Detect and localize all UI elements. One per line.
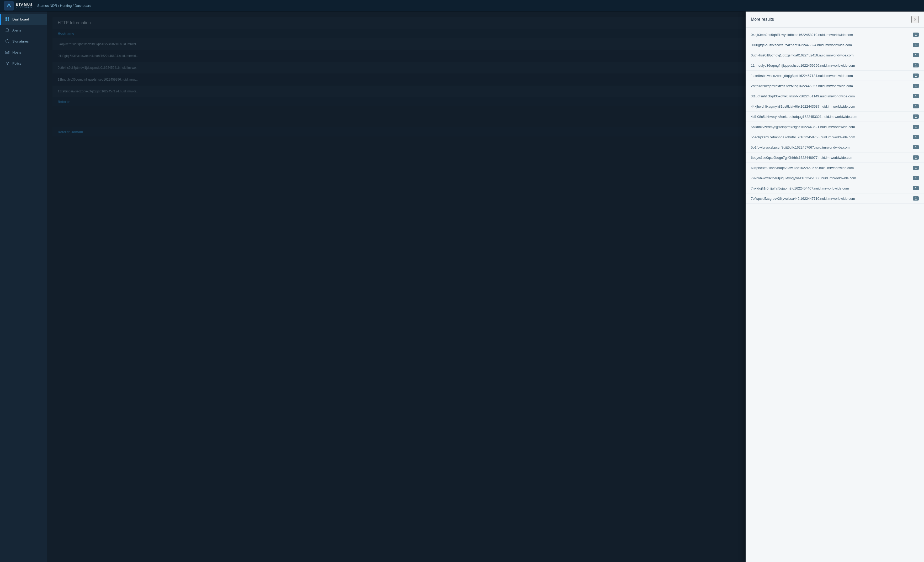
result-hostname: 2rktplrd2uxqamrexfzdz7ozfxtoq1622445357.… [751, 84, 910, 88]
result-hostname: 7ofwpciu5zcgrovv26lyvwbsa442l1622447710.… [751, 197, 910, 201]
result-hostname: 79krwhwox0kfdeutjuqukty6gywaz1622451330.… [751, 176, 910, 180]
more-results-modal: More results × 04ojk3etn2os5qhff1zvysitd… [746, 12, 924, 562]
logo-networks: NETWORKS [16, 6, 33, 8]
result-hostname: 6ultpbc8tfl91hzkvnaqev2awuloe1622458572.… [751, 166, 910, 170]
logo-icon [4, 1, 14, 11]
sidebar: Dashboard Alerts Signatures Hosts Policy [0, 12, 47, 562]
modal-header: More results × [746, 12, 924, 27]
result-hostname: 3t1udfsnhficbqd3pkgwk07nsbfkx1622451149.… [751, 94, 910, 98]
result-item[interactable]: 5o1fbwlvrvsxsbpcvrf8djjt5cffc1622457667.… [746, 142, 924, 153]
sidebar-item-signatures[interactable]: Signatures [0, 36, 47, 47]
result-badge: 1 [913, 53, 919, 57]
result-hostname: 5o1fbwlvrvsxsbpcvrf8djjt5cffc1622457667.… [751, 146, 910, 149]
svg-rect-2 [8, 17, 9, 19]
modal-close-button[interactable]: × [911, 16, 919, 23]
svg-point-8 [8, 53, 9, 53]
result-hostname: 44xjhwqhlixagmyh81us9kjatv6hk1622443537.… [751, 104, 910, 108]
result-hostname: 7nxfdojfj1r0hjjulfat5gjaom2fo1622454407.… [751, 186, 910, 190]
result-item[interactable]: 0uthkhs9cil8ptmdvj1jdixqsmda01622452416.… [746, 50, 924, 60]
svg-rect-1 [6, 17, 7, 19]
result-item[interactable]: 1zxe8rsbaiwssozbrxejdtqtg8pxt1622457124.… [746, 71, 924, 81]
result-badge: 1 [913, 114, 919, 119]
result-item[interactable]: 04ojk3etn2os5qhff1zvysitd8xpo1622458210.… [746, 30, 924, 40]
result-badge: 1 [913, 176, 919, 180]
logo-text: STAMUS NETWORKS [16, 3, 33, 8]
result-badge: 1 [913, 135, 919, 139]
result-hostname: 5cecbjrzeb97efmnnna7dhnthlu7r1622458753.… [751, 135, 910, 139]
sidebar-item-policy[interactable]: Policy [0, 58, 47, 69]
result-item[interactable]: 6ultpbc8tfl91hzkvnaqev2awuloe1622458572.… [746, 163, 924, 173]
result-hostname: 6oqjzs1se0qxc9bogn7gjf0hirhfx1622448977.… [751, 156, 910, 159]
breadcrumb: Stamus NDR / Hunting / Dashboard [37, 4, 91, 8]
sidebar-label-hosts: Hosts [12, 50, 21, 54]
result-badge: 1 [913, 145, 919, 149]
result-badge: 1 [913, 43, 919, 47]
svg-point-7 [8, 51, 9, 52]
result-badge: 1 [913, 104, 919, 108]
sidebar-label-dashboard: Dashboard [12, 17, 29, 21]
result-hostname: 4d1l08c5dxhveq4k8oekuoeludqug1622453321.… [751, 115, 910, 119]
result-badge: 1 [913, 63, 919, 68]
stamus-logo-svg [5, 2, 13, 9]
logo: STAMUS NETWORKS [4, 1, 33, 11]
sidebar-label-policy: Policy [12, 62, 21, 65]
result-hostname: 1zxe8rsbaiwssozbrxejdtqtg8pxt1622457124.… [751, 74, 910, 78]
result-hostname: 11hnoulyc36oqmgfnljiqqsdshsed1622459296.… [751, 63, 910, 68]
result-badge: 1 [913, 84, 919, 88]
result-item[interactable]: 0llu0gtqt6o3ifvxacwteuz4zhahf1622446624.… [746, 40, 924, 50]
modal-body: 04ojk3etn2os5qhff1zvysitd8xpo1622458210.… [746, 27, 924, 562]
result-item[interactable]: 7ofwpciu5zcgrovv26lyvwbsa442l1622447710.… [746, 194, 924, 204]
filter-icon [5, 61, 10, 66]
result-item[interactable]: 6oqjzs1se0qxc9bogn7gjf0hirhfx1622448977.… [746, 153, 924, 163]
result-badge: 1 [913, 33, 919, 37]
result-badge: 1 [913, 74, 919, 78]
modal-overlay: More results × 04ojk3etn2os5qhff1zvysitd… [47, 12, 924, 562]
hosts-icon [5, 50, 10, 55]
sidebar-label-signatures: Signatures [12, 39, 28, 43]
sidebar-item-hosts[interactable]: Hosts [0, 47, 47, 58]
result-item[interactable]: 79krwhwox0kfdeutjuqukty6gywaz1622451330.… [746, 173, 924, 183]
result-hostname: 04ojk3etn2os5qhff1zvysitd8xpo1622458210.… [751, 33, 910, 37]
result-item[interactable]: 7nxfdojfj1r0hjjulfat5gjaom2fo1622454407.… [746, 183, 924, 194]
shield-icon [5, 39, 10, 44]
result-item[interactable]: 5cecbjrzeb97efmnnna7dhnthlu7r1622458753.… [746, 132, 924, 142]
sidebar-label-alerts: Alerts [12, 29, 21, 32]
topbar: STAMUS NETWORKS Stamus NDR / Hunting / D… [0, 0, 924, 12]
result-badge: 1 [913, 155, 919, 159]
result-badge: 1 [913, 196, 919, 201]
result-item[interactable]: 5bikhnkvzedmy5jjiw9hptmx2ighz1622443521.… [746, 122, 924, 132]
result-badge: 1 [913, 94, 919, 98]
result-badge: 1 [913, 165, 919, 170]
sidebar-item-dashboard[interactable]: Dashboard [0, 14, 47, 25]
main-layout: Dashboard Alerts Signatures Hosts Policy [0, 12, 924, 562]
svg-rect-4 [8, 20, 9, 21]
result-item[interactable]: 4d1l08c5dxhveq4k8oekuoeludqug1622453321.… [746, 111, 924, 122]
result-item[interactable]: 3t1udfsnhficbqd3pkgwk07nsbfkx1622451149.… [746, 91, 924, 101]
result-item[interactable]: 44xjhwqhlixagmyh81us9kjatv6hk1622443537.… [746, 101, 924, 111]
result-hostname: 5bikhnkvzedmy5jjiw9hptmx2ighz1622443521.… [751, 125, 910, 129]
bell-icon [5, 28, 10, 33]
svg-rect-3 [6, 20, 7, 21]
content-area: HTTP Information Hostname 04ojk3etn2os5q… [47, 12, 924, 562]
result-hostname: 0uthkhs9cil8ptmdvj1jdixqsmda01622452416.… [751, 53, 910, 57]
result-badge: 1 [913, 125, 919, 129]
dashboard-icon [5, 17, 10, 21]
result-badge: 1 [913, 186, 919, 190]
result-item[interactable]: 11hnoulyc36oqmgfnljiqqsdshsed1622459296.… [746, 60, 924, 71]
result-item[interactable]: 2rktplrd2uxqamrexfzdz7ozfxtoq1622445357.… [746, 81, 924, 91]
sidebar-item-alerts[interactable]: Alerts [0, 25, 47, 36]
modal-title: More results [751, 17, 774, 22]
result-hostname: 0llu0gtqt6o3ifvxacwteuz4zhahf1622446624.… [751, 43, 910, 47]
